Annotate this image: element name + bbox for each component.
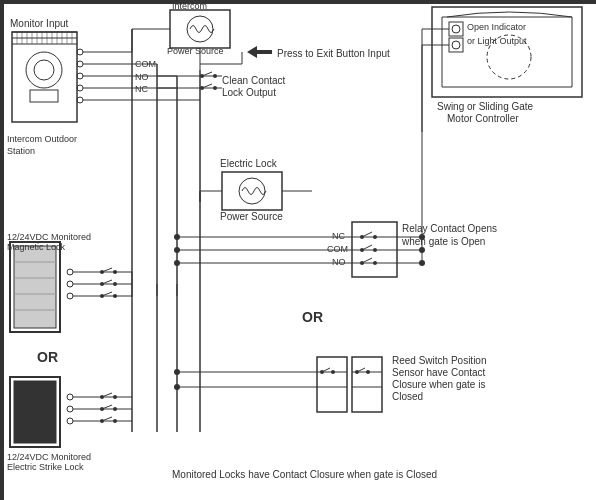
svg-text:NC: NC (332, 231, 345, 241)
svg-point-103 (113, 395, 117, 399)
svg-point-63 (213, 86, 217, 90)
svg-text:Power Source: Power Source (167, 46, 224, 56)
svg-point-60 (213, 74, 217, 78)
svg-point-161 (320, 370, 324, 374)
svg-text:Lock Output: Lock Output (222, 87, 276, 98)
wiring-diagram: Monitor Input Intercom Power Source Pres… (0, 0, 596, 500)
svg-text:Electric Lock: Electric Lock (220, 158, 278, 169)
svg-text:Intercom: Intercom (172, 2, 207, 11)
svg-text:NO: NO (332, 257, 346, 267)
svg-point-108 (100, 419, 104, 423)
svg-rect-72 (14, 246, 56, 328)
svg-point-62 (200, 86, 204, 90)
svg-point-131 (373, 248, 377, 252)
svg-text:OR: OR (37, 349, 58, 365)
svg-text:Closure when gate is: Closure when gate is (392, 379, 485, 390)
svg-point-134 (373, 261, 377, 265)
svg-text:COM: COM (327, 244, 348, 254)
svg-point-105 (100, 407, 104, 411)
svg-text:12/24VDC Monitored: 12/24VDC Monitored (7, 232, 91, 242)
svg-point-152 (174, 260, 180, 266)
svg-text:Monitored Locks have Contact C: Monitored Locks have Contact Closure whe… (172, 469, 437, 480)
svg-point-146 (419, 260, 425, 266)
svg-text:when gate is Open: when gate is Open (401, 236, 485, 247)
svg-text:Intercom Outdoor: Intercom Outdoor (7, 134, 77, 144)
svg-text:Reed Switch Position: Reed Switch Position (392, 355, 487, 366)
svg-point-87 (100, 282, 104, 286)
svg-point-85 (113, 270, 117, 274)
svg-text:Open Indicator: Open Indicator (467, 22, 526, 32)
svg-point-127 (360, 235, 364, 239)
svg-text:Monitor Input: Monitor Input (10, 18, 69, 29)
svg-point-128 (373, 235, 377, 239)
svg-point-88 (113, 282, 117, 286)
svg-point-165 (366, 370, 370, 374)
svg-point-151 (174, 247, 180, 253)
svg-text:Closed: Closed (392, 391, 423, 402)
svg-text:Motor Controller: Motor Controller (447, 113, 519, 124)
svg-point-145 (419, 247, 425, 253)
svg-point-162 (331, 370, 335, 374)
svg-point-84 (100, 270, 104, 274)
svg-point-59 (200, 74, 204, 78)
svg-text:Swing or Sliding Gate: Swing or Sliding Gate (437, 101, 534, 112)
svg-point-109 (113, 419, 117, 423)
svg-text:OR: OR (302, 309, 323, 325)
svg-text:Magnetic Lock: Magnetic Lock (7, 242, 66, 252)
svg-point-144 (419, 234, 425, 240)
svg-text:NO: NO (135, 72, 149, 82)
svg-text:or Light Output: or Light Output (467, 36, 527, 46)
svg-text:COM: COM (135, 59, 156, 69)
svg-point-173 (174, 384, 180, 390)
svg-point-130 (360, 248, 364, 252)
svg-point-102 (100, 395, 104, 399)
svg-text:Relay Contact Opens: Relay Contact Opens (402, 223, 497, 234)
svg-text:Station: Station (7, 146, 35, 156)
svg-text:Clean Contact: Clean Contact (222, 75, 286, 86)
svg-point-106 (113, 407, 117, 411)
svg-text:Electric Strike Lock: Electric Strike Lock (7, 462, 84, 472)
svg-point-150 (174, 234, 180, 240)
svg-point-133 (360, 261, 364, 265)
svg-point-91 (113, 294, 117, 298)
svg-rect-94 (14, 381, 56, 443)
svg-point-172 (174, 369, 180, 375)
svg-text:Sensor have Contact: Sensor have Contact (392, 367, 486, 378)
svg-text:12/24VDC Monitored: 12/24VDC Monitored (7, 452, 91, 462)
svg-text:NC: NC (135, 84, 148, 94)
svg-point-164 (355, 370, 359, 374)
svg-text:Power Source: Power Source (220, 211, 283, 222)
svg-text:Press to Exit Button Input: Press to Exit Button Input (277, 48, 390, 59)
svg-point-90 (100, 294, 104, 298)
